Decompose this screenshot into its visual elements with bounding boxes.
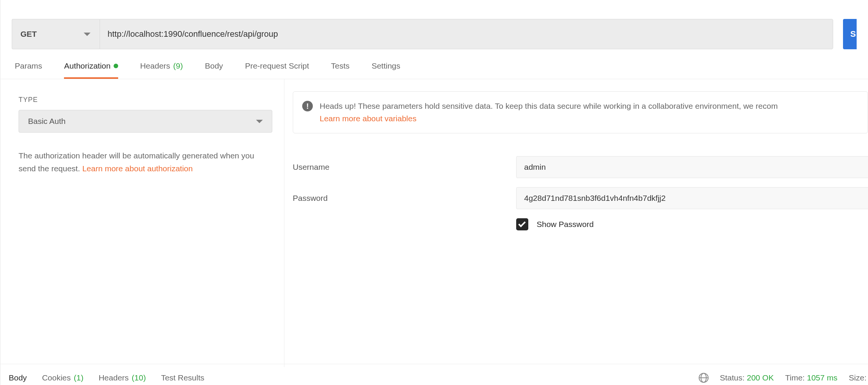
sensitive-data-notice: ! Heads up! These parameters hold sensit…: [293, 91, 868, 133]
username-label: Username: [293, 163, 516, 172]
headers-count: (9): [173, 61, 183, 70]
chevron-down-icon: [256, 120, 263, 123]
tab-params[interactable]: Params: [15, 61, 42, 79]
username-row: Username: [293, 156, 868, 178]
password-label: Password: [293, 194, 516, 203]
response-tabs: Body Cookies (1) Headers (10) Test Resul…: [9, 373, 205, 382]
authorization-panel: TYPE Basic Auth The authorization header…: [0, 79, 868, 367]
auth-description: The authorization header will be automat…: [19, 149, 267, 175]
response-bar: Body Cookies (1) Headers (10) Test Resul…: [0, 364, 868, 385]
check-icon: [518, 220, 526, 227]
auth-left-pane: TYPE Basic Auth The authorization header…: [0, 79, 284, 367]
response-tab-headers[interactable]: Headers (10): [98, 373, 146, 382]
cookies-count: (1): [74, 373, 84, 382]
tab-prerequest-script[interactable]: Pre-request Script: [245, 61, 309, 79]
chevron-down-icon: [84, 33, 91, 36]
response-meta: Status: 200 OK Time: 1057 ms Size:: [699, 373, 866, 383]
learn-variables-link[interactable]: Learn more about variables: [320, 114, 417, 123]
tab-authorization[interactable]: Authorization: [64, 61, 118, 79]
http-method-value: GET: [20, 30, 37, 39]
size-label: Size:: [849, 373, 866, 382]
request-bar: GET S: [0, 0, 868, 53]
globe-icon[interactable]: [699, 373, 709, 383]
status-dot-icon: [114, 64, 118, 68]
password-row: Password: [293, 187, 868, 209]
username-input[interactable]: [516, 156, 868, 178]
auth-type-label: TYPE: [19, 96, 267, 104]
password-input[interactable]: [516, 187, 868, 209]
learn-authorization-link[interactable]: Learn more about authorization: [82, 164, 193, 173]
time-value: 1057 ms: [807, 373, 838, 382]
show-password-checkbox[interactable]: [516, 218, 528, 230]
request-url-input[interactable]: [100, 19, 833, 49]
http-method-select[interactable]: GET: [12, 19, 100, 49]
auth-type-select[interactable]: Basic Auth: [19, 110, 272, 133]
request-tabs: Params Authorization Headers (9) Body Pr…: [0, 53, 868, 79]
response-tab-test-results[interactable]: Test Results: [161, 373, 204, 382]
tab-tests[interactable]: Tests: [331, 61, 350, 79]
auth-type-value: Basic Auth: [28, 117, 66, 126]
show-password-label: Show Password: [537, 220, 594, 229]
auth-right-pane: ! Heads up! These parameters hold sensit…: [284, 79, 868, 367]
send-button[interactable]: S: [843, 19, 857, 49]
tab-settings[interactable]: Settings: [372, 61, 400, 79]
response-tab-cookies[interactable]: Cookies (1): [42, 373, 84, 382]
tab-headers[interactable]: Headers (9): [140, 61, 183, 79]
response-headers-count: (10): [132, 373, 146, 382]
show-password-row: Show Password: [516, 218, 868, 230]
tab-body[interactable]: Body: [205, 61, 223, 79]
info-icon: !: [302, 101, 313, 111]
response-tab-body[interactable]: Body: [9, 373, 27, 382]
status-value: 200 OK: [747, 373, 774, 382]
